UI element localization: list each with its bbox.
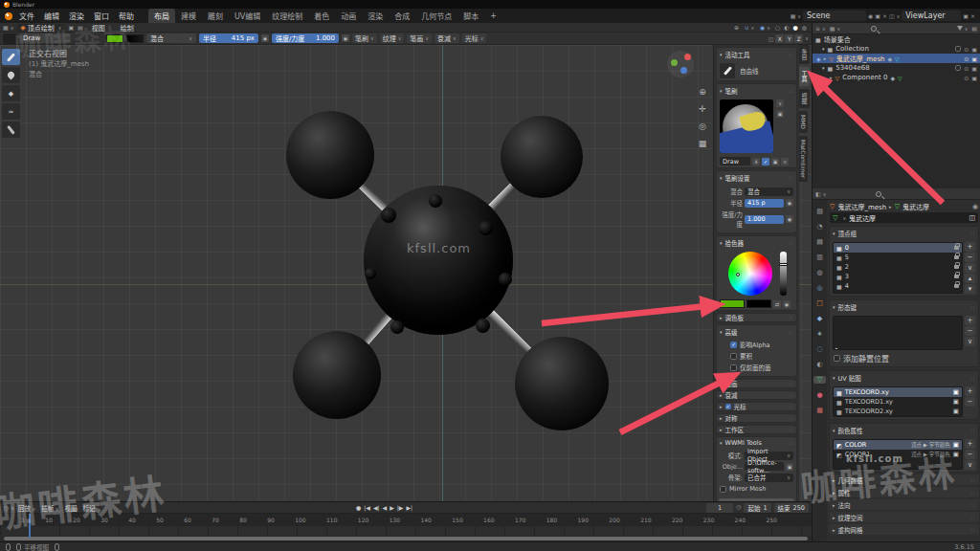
new-collection-icon[interactable]: ▤ <box>971 25 977 32</box>
radius-slider[interactable]: 半径415 px <box>199 33 258 43</box>
disable-render-icon[interactable]: ▣ <box>971 46 977 53</box>
breadcrumb-object[interactable]: 鬼武达摩_mesh <box>837 202 886 211</box>
tool-blur-button[interactable] <box>2 67 20 83</box>
brush-image-icon[interactable]: ▣ <box>776 110 784 118</box>
expand-icon[interactable]: ▾ <box>822 46 825 52</box>
scene-icon[interactable]: ▦∨ <box>791 12 801 19</box>
gizmo-x-axis[interactable] <box>684 54 691 60</box>
vertex-group-row[interactable]: ▦2 <box>834 262 962 272</box>
current-frame-line[interactable] <box>29 514 31 538</box>
snap-magnet-icon[interactable]: ∪∨ <box>745 24 754 31</box>
move-down-button[interactable]: ▾ <box>965 284 975 294</box>
disable-render-icon[interactable]: ▣ <box>971 75 977 81</box>
move-up-button[interactable]: ▴ <box>965 274 975 283</box>
render-camera-icon[interactable]: ▣ <box>953 408 959 415</box>
new-scene-icon[interactable]: ▣ <box>875 12 880 19</box>
tab-texture[interactable]: ▩ <box>813 407 826 414</box>
radius-pressure-icon[interactable]: ◉ <box>261 34 269 42</box>
color-attribute-row[interactable]: ◩COLOR1顶点 ▶ 字节颜色▣ <box>834 450 962 459</box>
collapsed-panel-row[interactable]: ▸笔画∷ <box>716 379 797 388</box>
blend-mode-dropdown[interactable]: 混合∨ <box>146 33 196 43</box>
collapsed-panel-row[interactable]: ▸纹理空间∷ <box>829 512 979 522</box>
shading-material-icon[interactable]: ● <box>793 24 798 31</box>
tab-material[interactable]: ● <box>813 391 826 399</box>
foreground-color-swatch[interactable] <box>720 299 745 308</box>
exclude-checkbox[interactable] <box>955 46 961 52</box>
wwmi-object-path-field[interactable]: D:\Office-softw... <box>745 462 784 471</box>
exclude-checkbox[interactable] <box>955 65 961 71</box>
disable-render-icon[interactable]: ▣ <box>971 65 977 72</box>
unlink-brush-icon[interactable]: × <box>781 158 789 165</box>
sidebar-tab[interactable]: 视图 <box>799 89 810 108</box>
vertex-group-row[interactable]: ▦5 <box>834 253 962 262</box>
viewport-menu-item[interactable]: 绘制 <box>116 22 139 33</box>
checkbox[interactable] <box>730 353 737 360</box>
menubar-item[interactable]: 编辑 <box>39 10 64 22</box>
play-button[interactable]: ▶ <box>390 504 394 511</box>
camera-view-icon[interactable]: ◎ <box>696 120 709 133</box>
radius-pressure-icon[interactable]: ◉ <box>786 199 793 207</box>
value-slider[interactable] <box>780 252 787 296</box>
mirror-mesh-checkbox[interactable] <box>720 486 726 493</box>
workspace-tab[interactable]: + <box>484 10 502 22</box>
shading-rendered-icon[interactable]: ◍ <box>802 24 807 31</box>
popover-button[interactable]: 纹理∨ <box>380 33 405 43</box>
timeline-menu-item[interactable]: 视图 <box>64 503 77 513</box>
vertex-group-row[interactable]: ▦0 <box>834 243 962 253</box>
tool-annotate-button[interactable] <box>2 121 20 138</box>
gizmo-y-axis[interactable] <box>671 59 678 66</box>
tab-particles[interactable]: ∗ <box>813 330 826 338</box>
folder-icon[interactable]: ▣ <box>786 463 793 471</box>
popover-button[interactable]: 光标∨ <box>462 33 487 43</box>
start-frame-field[interactable]: 起始1 <box>744 503 770 513</box>
wwmi-merge-dropdown[interactable]: 已合并∨ <box>745 474 793 482</box>
import-object-button[interactable]: Import Object <box>719 498 794 501</box>
color-wheel-cursor[interactable] <box>736 273 740 276</box>
tab-scene[interactable]: ◍ <box>813 269 826 276</box>
add-button[interactable]: + <box>965 316 975 325</box>
render-camera-icon[interactable]: ▣ <box>953 451 959 458</box>
render-camera-icon[interactable]: ▣ <box>953 441 959 449</box>
end-frame-field[interactable]: 结束250 <box>774 503 809 513</box>
brush-settings-header[interactable]: ▾笔刷设置∷ <box>717 171 796 185</box>
secondary-color-swatch[interactable] <box>126 34 144 43</box>
editor-type-icon[interactable]: ▦∨ <box>3 24 13 31</box>
viewport-menu-item[interactable]: 视图 <box>87 22 110 33</box>
collapsed-panel-row[interactable]: ▸衰减∷ <box>716 390 797 400</box>
search-icon[interactable] <box>871 26 877 32</box>
primary-color-swatch[interactable] <box>106 34 123 43</box>
jump-end-button[interactable]: ▶| <box>406 504 412 511</box>
outliner-row-object[interactable]: ◈ ▸ ▽ 鬼武达摩_mesh ◆ ▽ ⊙▣ <box>813 54 980 63</box>
timeline-editor-icon[interactable]: ◷∨ <box>4 504 14 511</box>
timeline-scrollbar[interactable] <box>4 537 808 540</box>
strength-slider[interactable]: 强度/力度1.000 <box>272 33 339 43</box>
expand-icon[interactable]: ▸ <box>830 75 833 80</box>
workspace-tab[interactable]: 雕刻 <box>202 9 229 23</box>
collapsed-panel-row[interactable]: ▸法向∷ <box>829 499 979 510</box>
workspace-tab[interactable]: 布局 <box>148 9 175 23</box>
tool-draw-button[interactable] <box>2 49 20 65</box>
outliner-row-group[interactable]: ▾ ▦ 53404e68 ⊙▣ <box>813 63 980 73</box>
remove-button[interactable]: − <box>965 450 975 459</box>
mirror-axis-toggle[interactable]: Z <box>794 34 803 43</box>
workspace-tab[interactable]: UV编辑 <box>229 9 266 23</box>
add-button[interactable]: + <box>965 242 975 252</box>
tab-world[interactable]: ◎ <box>813 284 826 292</box>
tool-icon-box[interactable] <box>720 63 735 78</box>
color-pressure-icon[interactable]: ◉ <box>783 300 791 308</box>
color-attributes-header[interactable]: ▾颜色属性∷ <box>830 424 978 437</box>
menubar-item[interactable]: 帮助 <box>114 10 139 22</box>
tab-object-data[interactable]: ▽ <box>813 376 826 384</box>
search-icon[interactable] <box>876 191 881 197</box>
menubar-item[interactable]: 窗口 <box>89 10 114 22</box>
autokey-icon[interactable]: ● <box>356 504 361 511</box>
sidebar-tab[interactable]: 条目 <box>799 45 810 64</box>
shape-keys-header[interactable]: ▾形态键∷ <box>830 300 978 314</box>
disable-render-icon[interactable]: ▣ <box>971 55 977 62</box>
panel-checkbox[interactable] <box>725 404 731 409</box>
mirror-axis-toggle[interactable]: Y <box>785 34 793 43</box>
gizmo-z-axis[interactable] <box>680 67 687 74</box>
remove-button[interactable]: − <box>965 397 975 407</box>
new-viewlayer-icon[interactable]: ▣ <box>963 12 969 19</box>
workspace-tab[interactable]: 动画 <box>335 9 362 23</box>
